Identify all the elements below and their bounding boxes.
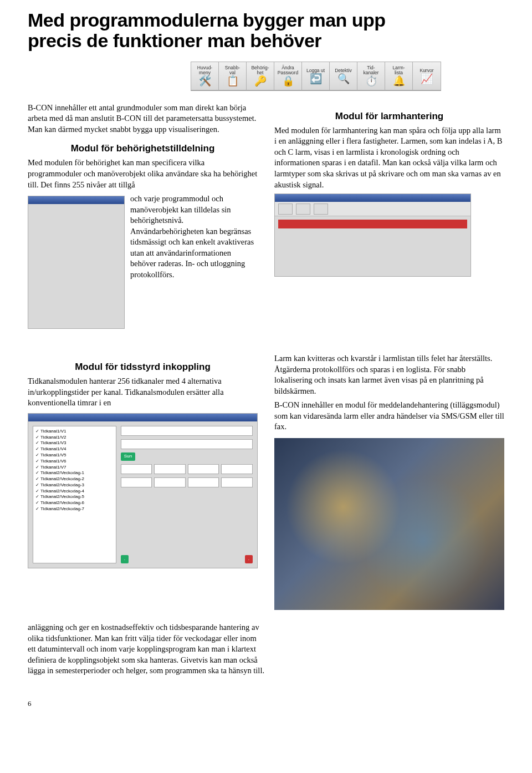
screenshot-larm <box>274 194 471 277</box>
timer-list-item: Tidkanal1/V4 <box>35 446 114 452</box>
timer-list-item: Tidkanal1/V2 <box>35 435 114 441</box>
toolbar-btn-7[interactable]: Larm- lista🔔 <box>385 62 413 90</box>
photo-building <box>274 438 504 610</box>
timer-list-item: Tidkanal2/Veckodag-7 <box>35 506 114 512</box>
toolbar-btn-3[interactable]: Ändra Password🔒 <box>274 62 302 90</box>
meddelande-para: B-CON innehåller en modul för meddelande… <box>274 400 504 433</box>
toolbar-btn-1[interactable]: Snabb- val📋 <box>219 62 247 90</box>
screenshot-behorighet <box>28 196 125 329</box>
page-title: Med programmodulerna bygger man upp prec… <box>28 10 504 52</box>
toolbar-icon: 🔔 <box>393 76 405 86</box>
heading-behorighet: Modul för behörighetstilldelning <box>28 143 258 155</box>
tidsstyrd-para: Tidkanalsmodulen hanterar 256 tidkanaler… <box>28 376 258 409</box>
toolbar-btn-5[interactable]: Detektiv🔍 <box>330 62 357 90</box>
toolbar-icon: 🔍 <box>337 74 350 84</box>
toolbar-icon: 📈 <box>421 74 433 84</box>
heading-tidsstyrd: Modul för tidsstyrd inkoppling <box>28 361 258 374</box>
toolbar-icon: 📋 <box>227 76 239 86</box>
toolbar: Huvud- meny🛠️Snabb- val📋Behörig- het🔑Änd… <box>127 62 504 90</box>
timer-list-item: Tidkanal2/Veckodag-5 <box>35 494 114 500</box>
timer-list-item: Tidkanal1/V1 <box>35 429 114 435</box>
screenshot-tidkanal: Tidkanal1/V1Tidkanal1/V2Tidkanal1/V3Tidk… <box>28 413 258 568</box>
larm-para: Med modulen för larmhantering kan man sp… <box>274 125 504 190</box>
timer-list-item: Tidkanal1/V5 <box>35 452 114 459</box>
toolbar-icon: 🔒 <box>282 76 294 86</box>
toolbar-btn-6[interactable]: Tid- kanaler⏱️ <box>357 62 385 90</box>
heading-larm: Modul för larmhantering <box>274 110 504 123</box>
bottom-para: anläggning och ger en kostnadseffektiv o… <box>28 622 266 677</box>
intro-paragraph: B-CON innehåller ett antal grundmoduler … <box>28 103 258 135</box>
toolbar-icon: ⏱️ <box>365 76 377 86</box>
page-number: 6 <box>28 699 504 709</box>
larm-kvittera-para: Larm kan kvitteras och kvarstår i larmli… <box>274 353 504 396</box>
toolbar-icon: 🛠️ <box>199 76 211 86</box>
timer-list-item: Tidkanal2/Veckodag-4 <box>35 489 114 495</box>
timer-list-item: Tidkanal2/Veckodag-1 <box>35 470 114 476</box>
timer-list-item: Tidkanal1/V6 <box>35 459 114 465</box>
timer-list-item: Tidkanal2/Veckodag-2 <box>35 476 114 482</box>
toolbar-btn-4[interactable]: Logga ut↩️ <box>302 62 330 90</box>
toolbar-btn-2[interactable]: Behörig- het🔑 <box>247 62 274 90</box>
behorighet-para1: Med modulen för behörighet kan man speci… <box>28 157 258 190</box>
toolbar-icon: 🔑 <box>254 76 267 86</box>
timer-list-item: Tidkanal2/Veckodag-6 <box>35 500 114 506</box>
toolbar-btn-0[interactable]: Huvud- meny🛠️ <box>191 62 219 90</box>
toolbar-icon: ↩️ <box>310 74 322 84</box>
toolbar-btn-8[interactable]: Kurvor📈 <box>413 62 441 90</box>
timer-list-item: Tidkanal1/V3 <box>35 440 114 446</box>
timer-list-item: Tidkanal1/V7 <box>35 465 114 471</box>
timer-list-item: Tidkanal2/Veckodag-3 <box>35 482 114 489</box>
